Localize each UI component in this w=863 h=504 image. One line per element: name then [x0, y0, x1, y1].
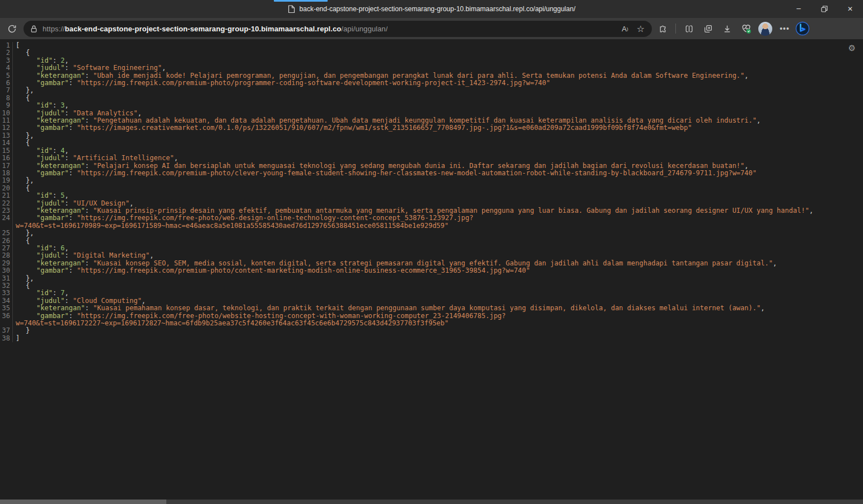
line-number: 19	[0, 177, 13, 184]
code-line: 2{	[0, 49, 863, 57]
code-text: {	[13, 282, 30, 290]
more-menu-button[interactable]: •••	[776, 20, 793, 37]
browser-essentials-button[interactable]	[738, 20, 754, 37]
code-text: "keterangan": "Ubah ide menjadi kode! Pe…	[13, 72, 749, 80]
code-text: "gambar": "https://img.freepik.com/premi…	[13, 170, 757, 177]
code-text: {	[13, 139, 30, 147]
url-text[interactable]: https://back-end-capstone-project-sectio…	[43, 25, 388, 33]
code-line: 9"id": 3,	[0, 102, 863, 109]
code-text: "id": 6,	[13, 245, 69, 252]
code-line: 18"gambar": "https://img.freepik.com/pre…	[0, 170, 863, 177]
address-bar[interactable]: https://back-end-capstone-project-sectio…	[24, 21, 652, 37]
line-number: 20	[0, 185, 13, 192]
code-line: 25},	[0, 230, 863, 237]
code-text: "gambar": "https://img.freepik.com/premi…	[13, 80, 551, 87]
close-icon: ✕	[847, 5, 853, 13]
url-domain: back-end-capstone-project-section-semara…	[65, 25, 342, 33]
profile-avatar[interactable]	[758, 22, 772, 36]
split-screen-button[interactable]	[680, 20, 697, 37]
favorite-star-button[interactable]: ☆	[633, 21, 649, 36]
collections-button[interactable]	[699, 20, 716, 37]
line-number: 34	[0, 297, 13, 305]
code-line: 29"keterangan": "Kuasai konsep SEO, SEM,…	[0, 260, 863, 267]
line-number: 4	[0, 64, 13, 72]
line-number: 29	[0, 260, 13, 267]
line-number: 32	[0, 282, 13, 290]
refresh-button[interactable]	[3, 20, 20, 37]
window-title-group: back-end-capstone-project-section-semara…	[288, 0, 576, 18]
code-text: "gambar": "https://img.freepik.com/free-…	[13, 312, 506, 320]
download-icon	[722, 24, 732, 34]
line-number: 21	[0, 192, 13, 199]
line-number: 15	[0, 147, 13, 155]
extensions-button[interactable]	[654, 20, 671, 37]
line-number: 17	[0, 162, 13, 170]
line-number: 7	[0, 87, 13, 94]
code-text: "gambar": "https://images.creativemarket…	[13, 124, 692, 132]
code-line: 4"judul": "Software Engineering",	[0, 64, 863, 72]
code-line: 34"judul": "Cloud Computing",	[0, 297, 863, 305]
lock-icon[interactable]	[30, 25, 38, 33]
page-document-icon	[288, 5, 295, 13]
settings-gear-icon[interactable]: ⚙	[848, 43, 856, 53]
url-scheme: https://	[43, 25, 65, 33]
read-aloud-icon: A	[622, 25, 627, 33]
code-line: 26{	[0, 237, 863, 245]
code-text: "id": 2,	[13, 57, 69, 64]
code-text: "gambar": "https://img.freepik.com/premi…	[13, 267, 530, 274]
code-text: "keterangan": "Pengetahuan adalah kekuat…	[13, 117, 761, 124]
code-text: "judul": "Data Analytics",	[13, 110, 142, 117]
toolbar-divider	[675, 24, 676, 34]
code-line: 33"id": 7,	[0, 290, 863, 297]
favorite-star-icon: ☆	[637, 24, 645, 34]
line-number	[0, 320, 13, 327]
read-aloud-button[interactable]: A)	[617, 21, 633, 36]
line-number: 10	[0, 110, 13, 117]
code-text: [	[13, 42, 20, 49]
code-line: 6"gambar": "https://img.freepik.com/prem…	[0, 80, 863, 87]
code-line: 20{	[0, 185, 863, 192]
code-line: 17"keterangan": "Pelajari konsep AI dan …	[0, 162, 863, 170]
code-text: {	[13, 237, 30, 245]
line-number: 28	[0, 252, 13, 259]
code-text: "gambar": "https://img.freepik.com/free-…	[13, 214, 473, 222]
copilot-bing-button[interactable]	[795, 21, 810, 36]
code-text: "keterangan": "Kuasai pemahaman konsep d…	[13, 305, 764, 312]
code-text: },	[13, 132, 34, 139]
line-number: 38	[0, 335, 13, 342]
code-text: "judul": "Software Engineering",	[13, 64, 166, 72]
code-line: 31},	[0, 275, 863, 282]
code-line: 36"gambar": "https://img.freepik.com/fre…	[0, 312, 863, 320]
code-text: {	[13, 95, 30, 102]
downloads-button[interactable]	[719, 20, 735, 37]
line-number: 18	[0, 170, 13, 177]
line-number: 11	[0, 117, 13, 124]
scrollbar-thumb[interactable]	[0, 500, 166, 504]
code-line: w=740&t=st=1696170989~exp=1696171589~hma…	[0, 222, 863, 230]
restore-button[interactable]	[811, 0, 837, 18]
line-number: 12	[0, 124, 13, 132]
line-number: 25	[0, 230, 13, 237]
close-button[interactable]: ✕	[837, 0, 863, 18]
code-line: 27"id": 6,	[0, 245, 863, 252]
code-text: "keterangan": "Kuasai konsep SEO, SEM, m…	[13, 260, 777, 267]
code-text: "judul": "Cloud Computing",	[13, 297, 146, 305]
window-controls: ─ ✕	[786, 0, 863, 18]
code-line: 8{	[0, 95, 863, 102]
code-line: 30"gambar": "https://img.freepik.com/pre…	[0, 267, 863, 274]
minimize-button[interactable]: ─	[786, 0, 811, 18]
code-text: "judul": "Digital Marketing",	[13, 252, 154, 259]
line-number: 6	[0, 80, 13, 87]
line-number: 23	[0, 207, 13, 214]
line-number: 36	[0, 312, 13, 320]
title-bar: back-end-capstone-project-section-semara…	[0, 0, 863, 18]
code-line: 3"id": 2,	[0, 57, 863, 64]
minimize-icon: ─	[796, 5, 800, 13]
line-number: 3	[0, 57, 13, 64]
line-number: 27	[0, 245, 13, 252]
window-title: back-end-capstone-project-section-semara…	[300, 5, 576, 13]
horizontal-scrollbar[interactable]	[0, 500, 863, 504]
code-line: 24"gambar": "https://img.freepik.com/fre…	[0, 214, 863, 222]
code-text: }	[13, 327, 30, 334]
code-text: },	[13, 177, 34, 184]
